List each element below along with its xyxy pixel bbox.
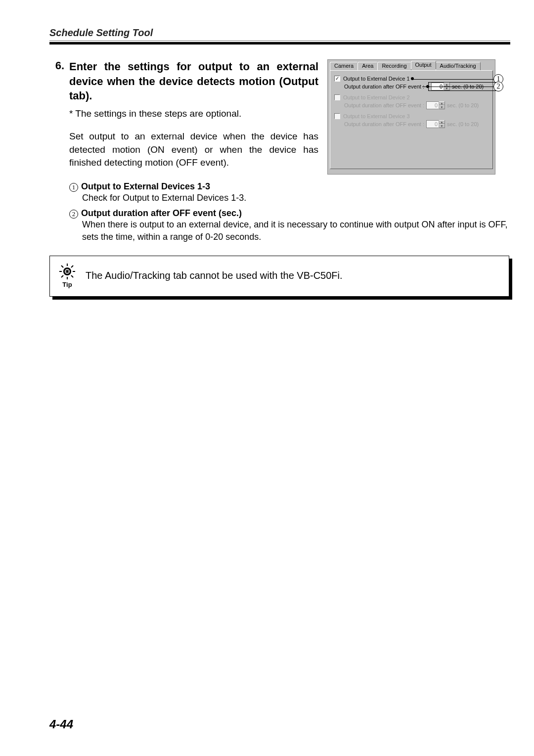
tab-area[interactable]: Area bbox=[357, 62, 378, 70]
device-2-duration-value: 0 bbox=[427, 102, 439, 108]
tab-row: Camera Area Recording Output Audio/Track… bbox=[330, 62, 493, 70]
page-number: 4-44 bbox=[49, 717, 73, 731]
device-1-row: ✓ Output to External Device 1 1 bbox=[334, 76, 489, 82]
device-2-label: Output to External Device 2 bbox=[343, 94, 410, 100]
callout-2-line bbox=[422, 87, 496, 87]
device-3-duration-range: sec. (0 to 20) bbox=[447, 121, 479, 127]
rule-thick bbox=[49, 42, 510, 44]
device-2-duration-row: Output duration after OFF event : 0 ▲▼ s… bbox=[344, 101, 489, 109]
device-3-duration-label: Output duration after OFF event : bbox=[344, 121, 424, 127]
device-3-duration-input[interactable]: 0 ▲▼ bbox=[426, 120, 445, 128]
detail-2-label: Output duration after OFF event (sec.) bbox=[81, 208, 242, 219]
device-1-checkbox[interactable]: ✓ bbox=[334, 76, 340, 82]
callout-2: 2 bbox=[493, 82, 503, 91]
device-3-row: Output to External Device 3 bbox=[334, 113, 489, 119]
detail-1-desc: Check for Output to External Devices 1-3… bbox=[82, 192, 510, 204]
spin-arrows[interactable]: ▲▼ bbox=[439, 101, 445, 109]
step-title: Enter the settings for output to an exte… bbox=[69, 59, 318, 103]
tip-box: Tip The Audio/Tracking tab cannot be use… bbox=[49, 256, 509, 297]
device-2-duration-label: Output duration after OFF event : bbox=[344, 102, 424, 108]
device-1-duration-row: Output duration after OFF event : 0 ▲▼ s… bbox=[344, 83, 489, 90]
page-header-title: Schedule Setting Tool bbox=[49, 27, 510, 39]
detail-1-label: Output to External Devices 1-3 bbox=[81, 181, 210, 192]
tab-camera[interactable]: Camera bbox=[330, 62, 358, 70]
device-3-duration-value: 0 bbox=[427, 121, 439, 127]
step-number: 6. bbox=[49, 59, 64, 170]
device-3-label: Output to External Device 3 bbox=[343, 113, 410, 119]
callout-1-dot bbox=[411, 77, 414, 80]
device-2-row: Output to External Device 2 bbox=[334, 94, 489, 100]
callout-1-line bbox=[412, 79, 496, 80]
device-2-checkbox[interactable] bbox=[334, 94, 340, 100]
tip-label: Tip bbox=[62, 281, 72, 288]
tab-output[interactable]: Output bbox=[411, 61, 436, 69]
tab-audio-tracking[interactable]: Audio/Tracking bbox=[436, 62, 481, 70]
detail-2-marker: 2 bbox=[69, 210, 78, 219]
device-2-duration-range: sec. (0 to 20) bbox=[447, 102, 479, 108]
spin-arrows[interactable]: ▲▼ bbox=[439, 120, 445, 128]
tab-recording[interactable]: Recording bbox=[377, 62, 411, 70]
lightbulb-icon bbox=[59, 263, 76, 280]
detail-2-desc: When there is output to an external devi… bbox=[82, 219, 510, 243]
device-1-label: Output to External Device 1 bbox=[343, 76, 410, 82]
step-paragraph: Set output to an external device when th… bbox=[69, 130, 318, 170]
detail-1-marker: 1 bbox=[69, 183, 78, 192]
device-3-checkbox[interactable] bbox=[334, 113, 340, 119]
tip-text: The Audio/Tracking tab cannot be used wi… bbox=[86, 269, 343, 282]
device-3-duration-row: Output duration after OFF event : 0 ▲▼ s… bbox=[344, 120, 489, 128]
rule-thin bbox=[49, 41, 510, 41]
device-1-duration-label: Output duration after OFF event : bbox=[344, 84, 424, 89]
step-note: * The settings in these steps are option… bbox=[69, 108, 318, 119]
output-settings-panel: Camera Area Recording Output Audio/Track… bbox=[327, 59, 495, 175]
device-2-duration-input[interactable]: 0 ▲▼ bbox=[426, 101, 445, 109]
